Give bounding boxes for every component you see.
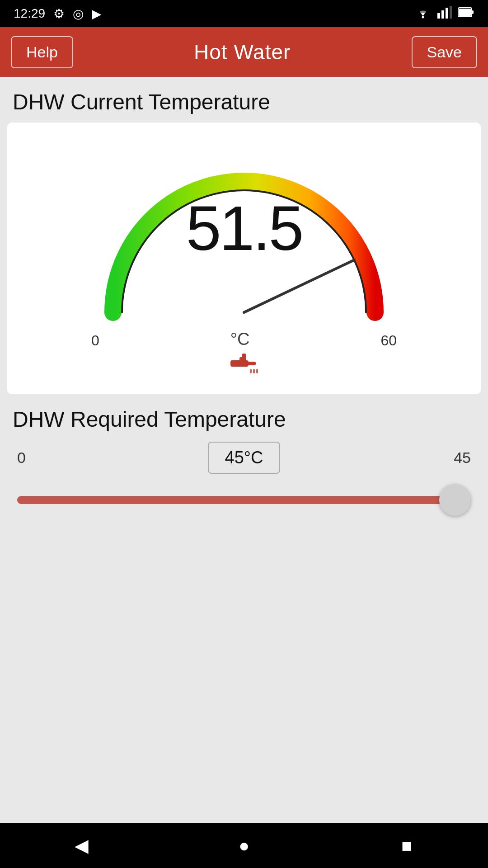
svg-rect-4 (450, 6, 452, 19)
svg-rect-15 (256, 369, 258, 373)
required-min-label: 0 (17, 449, 40, 467)
svg-rect-6 (459, 9, 471, 16)
help-button[interactable]: Help (11, 36, 73, 68)
back-button[interactable]: ◀ (63, 827, 99, 863)
svg-rect-13 (250, 369, 252, 373)
location-icon: ◎ (73, 6, 84, 21)
app-bar: Help Hot Water Save (0, 27, 488, 77)
required-max-label: 45 (448, 449, 471, 467)
slider-thumb[interactable] (439, 484, 471, 516)
main-content: DHW Current Temperature (0, 77, 488, 823)
svg-rect-9 (230, 360, 249, 367)
faucet-icon (226, 354, 262, 381)
required-value-box: 45°C (208, 442, 280, 474)
svg-rect-12 (248, 362, 256, 365)
app-title: Hot Water (194, 40, 291, 64)
svg-rect-14 (253, 369, 255, 373)
svg-point-0 (422, 16, 424, 18)
status-time: 12:29 (14, 6, 45, 21)
current-temp-section: DHW Current Temperature (0, 77, 488, 394)
gauge-min-label: 0 (91, 332, 99, 349)
required-temp-section: DHW Required Temperature 0 45°C 45 (0, 394, 488, 518)
svg-rect-7 (472, 10, 474, 14)
settings-icon: ⚙ (53, 6, 65, 21)
svg-line-8 (244, 260, 354, 312)
save-button[interactable]: Save (412, 36, 478, 68)
gauge-wrapper: 51.5 (86, 141, 402, 330)
play-icon: ▶ (92, 6, 102, 21)
svg-rect-3 (446, 8, 448, 19)
recent-button[interactable]: ■ (389, 827, 425, 863)
gauge-max-label: 60 (380, 332, 397, 349)
signal-icon (437, 6, 452, 22)
bottom-nav: ◀ ● ■ (0, 823, 488, 868)
temperature-slider-container[interactable] (13, 482, 475, 518)
status-left: 12:29 ⚙ ◎ ▶ (14, 6, 102, 21)
home-button[interactable]: ● (226, 827, 262, 863)
current-temp-title: DHW Current Temperature (0, 77, 488, 123)
svg-rect-11 (242, 354, 246, 359)
wifi-icon (415, 6, 431, 22)
battery-icon (458, 6, 474, 21)
required-temp-title: DHW Required Temperature (13, 407, 475, 432)
gauge-card: 51.5 0 °C 60 (7, 123, 481, 394)
slider-track (17, 496, 471, 504)
status-bar: 12:29 ⚙ ◎ ▶ (0, 0, 488, 27)
svg-rect-2 (441, 10, 444, 19)
status-right (415, 6, 474, 22)
gauge-unit: °C (230, 330, 250, 349)
svg-rect-1 (437, 13, 440, 19)
gauge-value: 51.5 (186, 192, 302, 265)
